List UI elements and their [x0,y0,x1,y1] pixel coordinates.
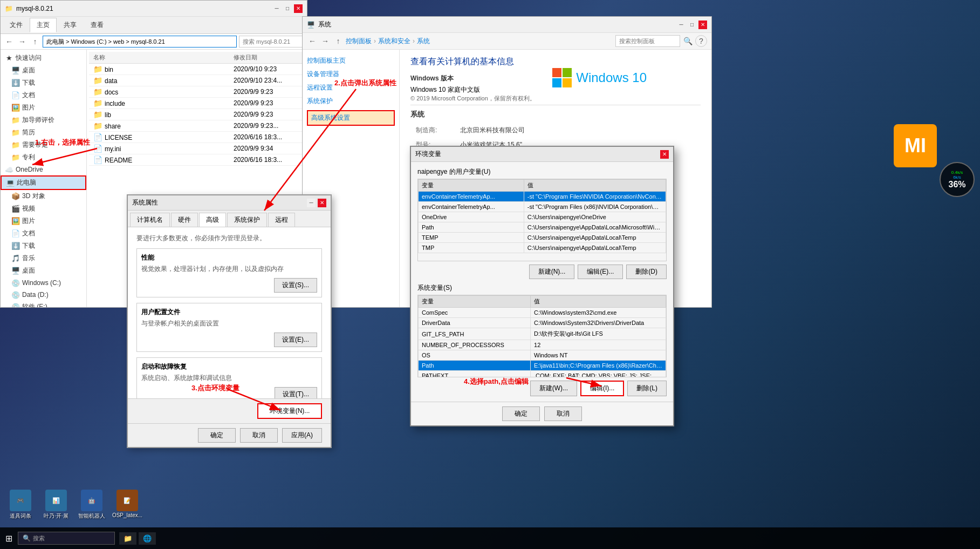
perf-settings-btn[interactable]: 设置(S)... [274,278,317,293]
user-var-row-0[interactable]: envContainerTelemetryAp... -st "C:\Progr… [419,192,666,202]
sys-new-btn[interactable]: 新建(W)... [530,381,577,396]
tab-home[interactable]: 主页 [30,18,57,32]
user-delete-btn[interactable]: 删除(D) [626,265,667,279]
tab-share[interactable]: 共享 [57,18,84,32]
link-control-panel[interactable]: 控制面板主页 [307,54,395,67]
file-row-share[interactable]: 📁share 2020/9/9 9:23... [89,120,305,132]
link-sys-protection[interactable]: 系统保护 [307,94,395,108]
sys-edit-btn[interactable]: 编辑(I)... [580,381,624,396]
taskbar-search[interactable]: 🔍 搜索 [18,532,115,545]
sys-nav-forward[interactable]: → [320,36,331,46]
maximize-button[interactable]: □ [283,4,292,13]
startup-settings-btn[interactable]: 设置(T)... [275,387,317,398]
sidebar-item-c[interactable]: 💿 Windows (C:) [1,277,86,289]
nav-forward-button[interactable]: → [17,36,28,47]
desktop-app-1[interactable]: 📊 叶乃·开·展 [40,490,72,520]
sidebar-item-desktop[interactable]: 🖥️ 桌面 [1,64,86,77]
sys-close-btn[interactable]: ✕ [698,21,707,29]
user-var-row-4[interactable]: TEMP C:\Users\naipengye\AppData\Local\Te… [419,233,666,243]
sidebar-item-onedrive[interactable]: ☁️ OneDrive [1,164,86,175]
desktop-app-0[interactable]: 🎮 道具词条 [4,490,37,520]
sidebar-item-d[interactable]: 💿 Data (D:) [1,289,86,301]
sys-help-btn[interactable]: ? [695,35,707,47]
tab-sysprotect[interactable]: 系统保护 [227,213,267,227]
sys-var-row-3[interactable]: NUMBER_OF_PROCESSORS 12 [419,340,666,350]
file-row-license[interactable]: 📄LICENSE 2020/6/16 18:3... [89,132,305,143]
user-new-btn[interactable]: 新建(N)... [529,265,575,279]
nav-back-button[interactable]: ← [4,36,15,47]
link-advanced-sys[interactable]: 高级系统设置 [307,110,395,126]
sys-nav-back[interactable]: ← [307,36,318,46]
nav-up-button[interactable]: ↑ [30,36,40,47]
dlg-minimize[interactable]: ─ [307,199,316,207]
sys-var-row-2[interactable]: GIT_LFS_PATH D:\软件安装\git-lfs\Git LFS [419,328,666,340]
sidebar-item-documents[interactable]: 📄 文档 [1,227,86,240]
user-var-row-3[interactable]: Path C:\Users\naipengye\AppData\Local\Mi… [419,222,666,233]
sys-var-row-4[interactable]: OS Windows NT [419,350,666,361]
sidebar-item-quick-access[interactable]: ★ 快速访问 [1,52,86,64]
file-row-include[interactable]: 📁include 2020/9/9 9:23 [89,98,305,109]
dlg-ok-btn[interactable]: 确定 [198,428,236,443]
file-row-lib[interactable]: 📁lib 2020/9/9 9:23 [89,109,305,120]
user-var-row-1[interactable]: envContainerTelemetryAp... -st "C:\Progr… [419,202,666,212]
sidebar-item-pictures[interactable]: 🖼️ 图片 [1,215,86,227]
sidebar-item-e[interactable]: 💿 软件 (E:) [1,301,86,307]
sidebar-item-resume[interactable]: 📁 简历 [1,126,86,139]
sidebar-item-thispc[interactable]: 💻 此电脑 [1,175,86,190]
sidebar-item-patent[interactable]: 📁 专利 [1,151,86,164]
sys-nav-up[interactable]: ↑ [333,36,344,46]
tab-remote[interactable]: 远程 [268,213,295,227]
sidebar-item-needtotake[interactable]: 📁 需要带走 [1,139,86,151]
minimize-button[interactable]: ─ [272,4,281,13]
taskbar-app-fe[interactable]: 📁 [119,532,136,545]
col-header-name[interactable]: 名称 [89,53,229,62]
sidebar-item-pics[interactable]: 🖼️ 图片 [1,101,86,114]
sidebar-item-downloads[interactable]: ⬇️ 下载 [1,77,86,89]
tab-advanced[interactable]: 高级 [199,213,226,227]
env-vars-btn[interactable]: 环境变量(N)... [257,403,322,419]
tab-file[interactable]: 文件 [3,18,30,32]
sidebar-item-video[interactable]: 🎬 视频 [1,202,86,215]
sys-delete-btn[interactable]: 删除(L) [627,381,667,396]
sys-var-row-0[interactable]: ComSpec C:\Windows\system32\cmd.exe [419,308,666,318]
link-device-manager[interactable]: 设备管理器 [307,67,395,81]
sidebar-item-docs[interactable]: 📄 文档 [1,89,86,101]
user-var-row-2[interactable]: OneDrive C:\Users\naipengye\OneDrive [419,212,666,222]
dlg-apply-btn[interactable]: 应用(A) [282,428,322,443]
sys-search-btn[interactable]: 🔍 [682,36,693,46]
env-cancel-btn[interactable]: 取消 [544,406,582,421]
profile-settings-btn[interactable]: 设置(E)... [274,333,317,347]
file-row-bin[interactable]: 📁bin 2020/9/10 9:23 [89,64,305,75]
sys-var-row-6[interactable]: PATHEXT .COM;.EXE;.BAT;.CMD;.VBS;.VBE;.J… [419,371,666,378]
sidebar-item-tutor[interactable]: 📁 加导师评价 [1,114,86,126]
sidebar-item-dsk[interactable]: 🖥️ 桌面 [1,265,86,277]
user-edit-btn[interactable]: 编辑(E)... [578,265,623,279]
file-row-myini[interactable]: 📄my.ini 2020/9/9 9:34 [89,143,305,154]
close-button[interactable]: ✕ [294,4,303,13]
breadcrumb-item2[interactable]: 系统和安全 [378,37,410,46]
dlg-cancel-btn[interactable]: 取消 [240,428,278,443]
sys-var-row-1[interactable]: DriverData C:\Windows\System32\Drivers\D… [419,318,666,328]
sys-search-input[interactable] [615,35,680,47]
file-row-docs[interactable]: 📁docs 2020/9/9 9:23 [89,86,305,98]
breadcrumb-item1[interactable]: 控制面板 [346,37,372,46]
sys-minimize-btn[interactable]: ─ [677,21,686,29]
sidebar-item-music[interactable]: 🎵 音乐 [1,252,86,265]
search-input[interactable] [239,36,304,48]
link-remote[interactable]: 远程设置 [307,81,395,94]
env-ok-btn[interactable]: 确定 [502,406,540,421]
file-row-readme[interactable]: 📄README 2020/6/16 18:3... [89,154,305,166]
sys-var-row-path[interactable]: Path E:\java11\bin;C:\Program Files (x86… [419,361,666,371]
dlg-close[interactable]: ✕ [318,199,326,207]
user-var-row-5[interactable]: TMP C:\Users\naipengye\AppData\Local\Tem… [419,243,666,253]
address-input[interactable] [43,36,237,48]
taskbar-app-edge[interactable]: 🌐 [139,532,156,545]
tab-hardware[interactable]: 硬件 [171,213,198,227]
col-header-date[interactable]: 修改日期 [229,53,305,62]
tab-view[interactable]: 查看 [84,18,111,32]
breadcrumb-item3[interactable]: 系统 [417,37,430,46]
desktop-app-3[interactable]: 📝 OSP_latex... [111,490,143,520]
sidebar-item-dl[interactable]: ⬇️ 下载 [1,240,86,252]
file-row-data[interactable]: 📁data 2020/9/10 23:4... [89,75,305,86]
env-dlg-close[interactable]: ✕ [660,150,669,159]
